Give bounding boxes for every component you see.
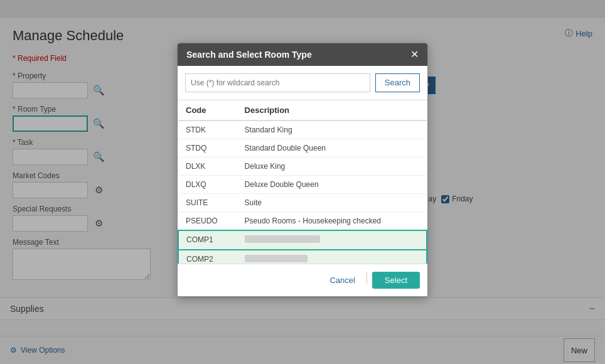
row-description: Deluxe Double Queen xyxy=(237,175,427,193)
row-description: Standard Double Queen xyxy=(237,139,427,157)
table-row[interactable]: STDKStandard King xyxy=(178,120,427,139)
row-description xyxy=(237,230,427,250)
table-row[interactable]: STDQStandard Double Queen xyxy=(178,139,427,157)
table-row[interactable]: SUITESuite xyxy=(178,193,427,211)
modal-title: Search and Select Room Type xyxy=(186,50,312,60)
row-code: SUITE xyxy=(178,193,237,211)
row-description: Pseudo Rooms - Housekeeping checked xyxy=(237,211,427,230)
col-code-header: Code xyxy=(178,100,237,120)
row-code: DLXQ xyxy=(178,175,237,193)
modal-close-button[interactable]: ✕ xyxy=(410,50,419,60)
modal-table: Code Description STDKStandard KingSTDQSt… xyxy=(178,100,427,264)
modal-footer: Cancel Select xyxy=(178,264,427,296)
select-button[interactable]: Select xyxy=(372,272,420,289)
search-room-type-modal: Search and Select Room Type ✕ Search Cod… xyxy=(177,43,428,297)
row-code: STDK xyxy=(178,120,237,139)
table-row[interactable]: COMP1 xyxy=(178,230,427,250)
modal-table-body: STDKStandard KingSTDQStandard Double Que… xyxy=(178,120,427,264)
modal-table-wrapper: Code Description STDKStandard KingSTDQSt… xyxy=(178,100,427,264)
modal-header: Search and Select Room Type ✕ xyxy=(178,43,427,66)
row-code: PSEUDO xyxy=(178,211,237,230)
row-code: COMP1 xyxy=(178,230,237,250)
modal-overlay: Search and Select Room Type ✕ Search Cod… xyxy=(0,0,605,364)
table-row[interactable]: DLXQDeluxe Double Queen xyxy=(178,175,427,193)
modal-table-header-row: Code Description xyxy=(178,100,427,120)
row-description: Deluxe King xyxy=(237,157,427,175)
row-code: COMP2 xyxy=(178,250,237,264)
row-code: DLXK xyxy=(178,157,237,175)
modal-search-input[interactable] xyxy=(185,73,370,92)
row-code: STDQ xyxy=(178,139,237,157)
footer-separator xyxy=(367,272,367,284)
row-description: Standard King xyxy=(237,120,427,139)
modal-table-header: Code Description xyxy=(178,100,427,120)
modal-search-button[interactable]: Search xyxy=(375,73,420,92)
table-row[interactable]: PSEUDOPseudo Rooms - Housekeeping checke… xyxy=(178,211,427,230)
table-row[interactable]: COMP2 xyxy=(178,250,427,264)
table-row[interactable]: DLXKDeluxe King xyxy=(178,157,427,175)
row-description: Suite xyxy=(237,193,427,211)
row-description xyxy=(237,250,427,264)
cancel-button[interactable]: Cancel xyxy=(323,272,361,289)
modal-search-bar: Search xyxy=(178,66,427,100)
col-description-header: Description xyxy=(237,100,427,120)
